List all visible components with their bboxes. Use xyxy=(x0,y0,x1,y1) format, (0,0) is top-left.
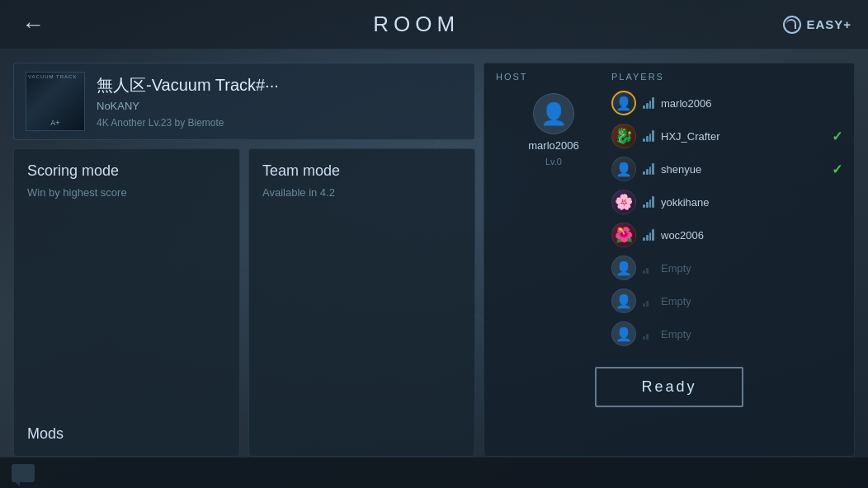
host-avatar: 👤 xyxy=(533,93,574,134)
player-avatar: 🐉 xyxy=(611,124,636,148)
player-name-empty: Empty xyxy=(661,295,842,307)
difficulty-label: EASY+ xyxy=(806,17,851,31)
ready-button-container: Ready xyxy=(496,367,842,407)
scoring-mode-panel: Scoring mode Win by highest score Mods xyxy=(13,148,240,457)
signal-bars-icon xyxy=(643,196,654,208)
signal-bars-icon xyxy=(643,295,654,307)
main-content: VACUUM TRACK A+ 無人区-Vacuum Track#··· NoK… xyxy=(0,49,868,457)
player-avatar: 🌸 xyxy=(611,190,636,214)
player-name: marlo2006 xyxy=(661,97,842,110)
signal-bars-icon xyxy=(643,229,654,241)
player-name-empty: Empty xyxy=(661,328,842,340)
player-avatar: 👤 xyxy=(611,91,636,115)
song-difficulty: 4K Another Lv.23 by Biemote xyxy=(97,117,463,129)
team-mode-panel: Team mode Available in 4.2 xyxy=(248,148,475,457)
thumb-text: VACUUM TRACK xyxy=(28,74,77,79)
left-panel: VACUUM TRACK A+ 無人区-Vacuum Track#··· NoK… xyxy=(13,63,475,457)
signal-bars-icon xyxy=(643,163,654,175)
chat-button[interactable] xyxy=(12,464,35,482)
difficulty-selector[interactable]: EASY+ xyxy=(783,16,851,34)
song-artist: NoKANY xyxy=(97,100,463,112)
list-item: 🌸 yokkihane xyxy=(611,187,842,217)
players-list: 👤 marlo2006 🐉 xyxy=(611,88,842,349)
player-avatar: 👤 xyxy=(611,321,636,346)
mods-label: Mods xyxy=(27,425,64,443)
scoring-mode-subtitle: Win by highest score xyxy=(27,186,226,199)
scoring-mode-title: Scoring mode xyxy=(27,162,226,180)
player-avatar: 👤 xyxy=(611,289,636,313)
signal-bars-icon xyxy=(643,262,654,274)
list-item: 👤 Empty xyxy=(611,253,842,283)
player-name: woc2006 xyxy=(661,229,842,242)
song-info: 無人区-Vacuum Track#··· NoKANY 4K Another L… xyxy=(97,74,463,129)
list-item: 🐉 HXJ_Crafter ✓ xyxy=(611,121,842,151)
list-item: 👤 Empty xyxy=(611,319,842,349)
panels-row: Scoring mode Win by highest score Mods T… xyxy=(13,148,475,457)
song-card[interactable]: VACUUM TRACK A+ 無人区-Vacuum Track#··· NoK… xyxy=(13,63,475,140)
right-panel: HOST 👤 marlo2006 Lv.0 PLAYERS 👤 xyxy=(484,63,855,457)
difficulty-icon xyxy=(783,16,801,34)
team-mode-title: Team mode xyxy=(262,162,461,180)
player-name: yokkihane xyxy=(661,196,842,209)
ready-check-icon: ✓ xyxy=(832,162,842,177)
page-title: ROOM xyxy=(373,12,460,37)
host-name: marlo2006 xyxy=(528,139,578,152)
signal-bars-icon xyxy=(643,97,654,109)
thumb-label: A+ xyxy=(50,119,59,127)
list-item: 👤 shenyue ✓ xyxy=(611,154,842,184)
players-label: PLAYERS xyxy=(611,72,842,82)
song-title: 無人区-Vacuum Track#··· xyxy=(97,74,463,96)
team-mode-subtitle: Available in 4.2 xyxy=(262,186,461,199)
host-label: HOST xyxy=(496,72,611,82)
list-item: 🌺 woc2006 xyxy=(611,220,842,250)
header: ← ROOM EASY+ xyxy=(0,0,868,49)
signal-bars-icon xyxy=(643,328,654,340)
host-info: 👤 marlo2006 Lv.0 xyxy=(496,88,611,167)
back-arrow-icon: ← xyxy=(21,13,45,36)
back-button[interactable]: ← xyxy=(17,8,50,41)
signal-bars-icon xyxy=(643,130,654,142)
right-header: HOST 👤 marlo2006 Lv.0 PLAYERS 👤 xyxy=(496,72,842,349)
host-avatar-icon: 👤 xyxy=(540,101,567,127)
ready-check-icon: ✓ xyxy=(832,129,842,144)
song-thumbnail: VACUUM TRACK A+ xyxy=(26,72,85,131)
player-name: HXJ_Crafter xyxy=(661,130,825,143)
footer xyxy=(0,457,868,488)
ready-button[interactable]: Ready xyxy=(595,367,743,407)
player-avatar: 🌺 xyxy=(611,223,636,247)
host-section: HOST 👤 marlo2006 Lv.0 xyxy=(496,72,611,349)
player-avatar: 👤 xyxy=(611,157,636,181)
list-item: 👤 Empty xyxy=(611,286,842,316)
player-name-empty: Empty xyxy=(661,262,842,274)
player-name: shenyue xyxy=(661,163,825,176)
host-level: Lv.0 xyxy=(545,157,562,167)
players-section: PLAYERS 👤 marlo2006 xyxy=(611,72,842,349)
player-avatar: 👤 xyxy=(611,256,636,280)
list-item: 👤 marlo2006 xyxy=(611,88,842,118)
